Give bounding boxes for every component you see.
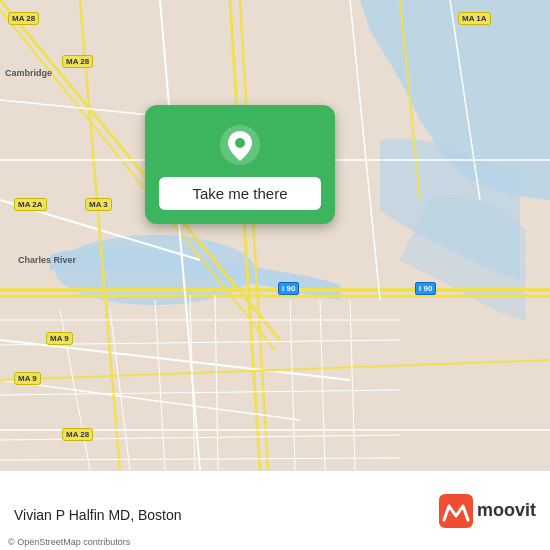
moovit-icon xyxy=(439,494,473,528)
moovit-text: moovit xyxy=(477,500,536,521)
svg-rect-35 xyxy=(439,494,473,528)
bottom-bar: © OpenStreetMap contributors Vivian P Ha… xyxy=(0,470,550,550)
svg-point-34 xyxy=(235,138,245,148)
attribution-text: © OpenStreetMap contributors xyxy=(8,537,130,547)
road-badge-ma3: MA 3 xyxy=(85,198,112,211)
copyright: © OpenStreetMap contributors Vivian P Ha… xyxy=(14,499,182,523)
road-badge-ma28-2: MA 28 xyxy=(62,55,93,68)
road-badge-ma28-top: MA 28 xyxy=(8,12,39,25)
location-pin-icon xyxy=(218,123,262,167)
road-badge-ma9: MA 9 xyxy=(46,332,73,345)
road-badge-ma9-2: MA 9 xyxy=(14,372,41,385)
road-badge-ma28-bot: MA 28 xyxy=(62,428,93,441)
popup-card: Take me there xyxy=(145,105,335,224)
road-badge-i90-mid: I 90 xyxy=(278,282,299,295)
road-badge-ma1a: MA 1A xyxy=(458,12,491,25)
cambridge-label: Cambridge xyxy=(5,68,52,78)
take-me-there-button[interactable]: Take me there xyxy=(159,177,321,210)
map-container: MA 28 MA 1A MA 28 US 1 MA 3 MA 2A I 90 I… xyxy=(0,0,550,470)
road-badge-i90-right: I 90 xyxy=(415,282,436,295)
charles-river-label: Charles River xyxy=(18,255,76,265)
road-badge-ma2a: MA 2A xyxy=(14,198,47,211)
moovit-logo: moovit xyxy=(439,494,536,528)
location-name: Vivian P Halfin MD, Boston xyxy=(14,507,182,523)
